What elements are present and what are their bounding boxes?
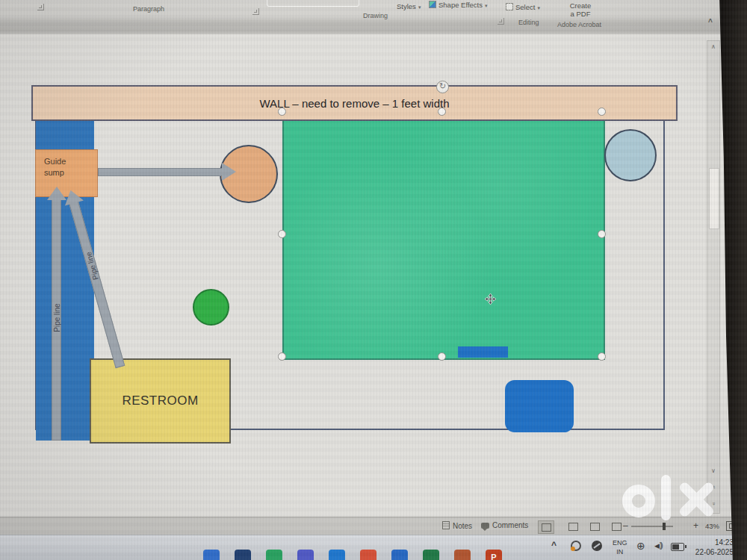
dialog-launcher-icon[interactable] (498, 18, 504, 25)
ribbon-group-drawing: Drawing (363, 12, 388, 19)
normal-view-icon (542, 523, 551, 532)
guide-sump-label-line1: Guide (44, 156, 97, 167)
ribbon-group-paragraph: Paragraph (133, 5, 164, 13)
notes-button[interactable]: Notes (442, 521, 472, 530)
taskbar-app-10[interactable]: P (486, 550, 502, 560)
resize-handle-middle-right[interactable] (598, 230, 606, 238)
olx-letter-x (679, 479, 715, 520)
photographed-screen: Paragraph Drawing Styles▾ Shape Effects▾… (0, 0, 747, 560)
horizontal-arrow-shape[interactable] (98, 163, 236, 181)
reading-view-icon (590, 523, 600, 531)
resize-handle-top-right[interactable] (598, 108, 606, 116)
notes-label: Notes (453, 522, 472, 530)
dialog-launcher-icon[interactable] (252, 8, 259, 15)
create-pdf-button[interactable]: Createa PDF (564, 1, 597, 18)
vertical-scrollbar[interactable]: ∧ ∨ « « (707, 40, 720, 514)
resize-handle-middle-left[interactable] (278, 230, 286, 238)
resize-handle-bottom-center[interactable] (438, 352, 446, 361)
olx-divider (661, 475, 671, 520)
select-label: Select (515, 3, 535, 11)
slide-canvas[interactable]: WALL – need to remove – 1 feet width Gui… (0, 34, 747, 517)
move-cursor-icon (484, 293, 497, 308)
small-green-circle-shape[interactable] (193, 289, 229, 326)
selected-green-rectangle-shape[interactable] (282, 112, 605, 360)
ribbon-group-adobe-acrobat: Adobe Acrobat (557, 21, 601, 28)
chevron-down-icon: ▾ (418, 4, 421, 10)
slideshow-icon (612, 523, 622, 531)
taskbar-app-9[interactable] (454, 550, 471, 560)
tray-app-icon[interactable] (592, 541, 602, 551)
arrow-shaft (98, 168, 223, 176)
rotation-handle[interactable]: ↻ (436, 81, 449, 93)
ribbon-group-outline (267, 0, 359, 7)
create-pdf-label-line1: Create (564, 1, 597, 10)
pipe-line-label: Pipe line (53, 297, 61, 339)
wall-label: WALL – need to remove – 1 feet width (259, 97, 449, 110)
select-button[interactable]: Select▾ (506, 3, 540, 11)
styles-label: Styles (397, 2, 416, 10)
restroom-shape[interactable]: RESTROOM (90, 358, 231, 444)
windows-taskbar: P ^ ENGIN ⊕ ◀)) 14:2322-06-2025 (0, 535, 747, 560)
arrow-head (222, 163, 236, 181)
resize-handle-top-left[interactable] (278, 108, 286, 116)
comments-icon (481, 523, 489, 529)
blue-rounded-rectangle-shape[interactable] (505, 380, 574, 432)
taskbar-clock[interactable]: 14:2322-06-2025 (684, 538, 734, 557)
zoom-slider[interactable] (631, 526, 673, 527)
normal-view-button[interactable] (538, 520, 554, 534)
small-blue-rectangle-shape[interactable] (458, 346, 508, 358)
language-line1: ENG (613, 538, 627, 547)
wall-shape[interactable]: WALL – need to remove – 1 feet width (31, 85, 678, 121)
olx-watermark (622, 469, 719, 526)
speaker-glyph: ◀ (654, 542, 660, 550)
guide-sump-shape[interactable]: Guide sump (35, 149, 98, 197)
shape-effects-button[interactable]: Shape Effects▾ (429, 1, 488, 9)
battery-icon[interactable] (671, 543, 684, 551)
shape-effects-icon (429, 1, 436, 8)
notes-icon (442, 521, 450, 529)
restroom-label: RESTROOM (122, 393, 198, 408)
scrollbar-thumb[interactable] (709, 168, 719, 229)
tray-status-icon[interactable] (571, 541, 581, 551)
pipe-line-arrow-vertical[interactable]: Pipe line (47, 187, 66, 441)
tray-chevron-icon[interactable]: ^ (551, 540, 557, 550)
resize-handle-top-center[interactable] (438, 108, 446, 116)
clock-time: 14:23 (684, 538, 734, 547)
ribbon-group-editing: Editing (518, 19, 539, 26)
taskbar-app-1[interactable] (203, 550, 220, 560)
dialog-launcher-icon[interactable] (37, 4, 44, 10)
language-line2: IN (613, 547, 627, 556)
styles-button[interactable]: Styles▾ (397, 2, 421, 10)
volume-icon[interactable]: ◀)) (654, 541, 662, 550)
resize-handle-bottom-left[interactable] (278, 352, 286, 361)
taskbar-app-icons: P (203, 550, 502, 560)
taskbar-app-2[interactable] (235, 550, 251, 560)
comments-button[interactable]: Comments (481, 521, 528, 529)
shape-effects-label: Shape Effects (438, 1, 483, 9)
speaker-waves: )) (660, 541, 662, 550)
clock-date: 22-06-2025 (684, 547, 734, 557)
guide-sump-label-line2: sump (44, 167, 97, 178)
network-icon[interactable]: ⊕ (636, 540, 645, 552)
collapse-ribbon-chevron[interactable]: ^ (708, 18, 713, 26)
chevron-down-icon: ▾ (485, 3, 488, 8)
taskbar-app-6[interactable] (360, 550, 376, 560)
slide-sorter-view-button[interactable] (565, 520, 580, 532)
language-indicator[interactable]: ENGIN (613, 538, 627, 556)
light-blue-circle-shape[interactable] (604, 129, 657, 181)
scroll-up-icon[interactable]: ∧ (707, 43, 719, 50)
taskbar-app-3[interactable] (266, 550, 282, 560)
taskbar-app-7[interactable] (391, 550, 408, 560)
reading-view-button[interactable] (587, 520, 602, 532)
taskbar-app-5[interactable] (329, 550, 345, 560)
olx-letter-o (622, 485, 655, 517)
create-pdf-label-line2: a PDF (564, 10, 597, 18)
select-icon (506, 3, 513, 10)
taskbar-app-4[interactable] (297, 550, 314, 560)
slideshow-view-button[interactable] (609, 520, 624, 532)
comments-label: Comments (492, 521, 528, 529)
chevron-down-icon: ▾ (537, 5, 540, 10)
powerpoint-ribbon: Paragraph Drawing Styles▾ Shape Effects▾… (0, 0, 747, 34)
taskbar-app-8[interactable] (423, 550, 439, 560)
resize-handle-bottom-right[interactable] (598, 352, 606, 361)
